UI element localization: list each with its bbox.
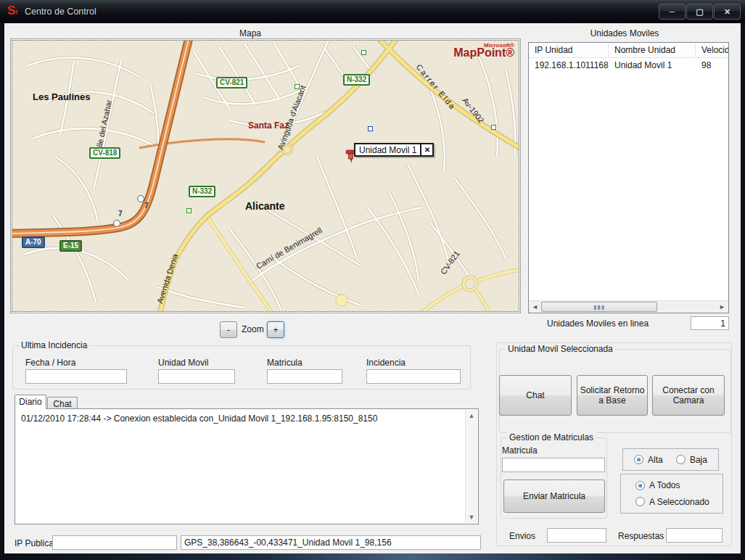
map[interactable]: Les Paulines Santa Faz Alicante Calle de… bbox=[12, 40, 519, 312]
window-title: Centro de Control bbox=[25, 7, 96, 17]
conectar-camara-button[interactable]: Conectar con Camara bbox=[652, 375, 725, 416]
yellow-blob bbox=[336, 295, 347, 306]
online-units-label: Unidades Moviles en linea bbox=[547, 318, 649, 329]
fecha-hora-field[interactable] bbox=[25, 369, 127, 384]
ultima-incidencia-title: Ultima Incidencia bbox=[19, 340, 89, 350]
scrollbar-thumb[interactable]: ▮▮▮ bbox=[541, 302, 657, 312]
cell-velocidad: 98 bbox=[696, 58, 729, 73]
zoom-label: Zoom bbox=[242, 324, 264, 334]
log-entry: 01/12/2010 17:28:44 -> Conexion establec… bbox=[21, 413, 461, 424]
radio-a-todos-icon[interactable] bbox=[635, 481, 645, 490]
green-square-marker bbox=[295, 84, 300, 89]
radio-alta-label: Alta bbox=[648, 455, 663, 465]
app-window: Sr Centro de Control ─ ▢ ✕ Mapa bbox=[0, 0, 745, 560]
mappoint-logo: Microsoft® MapPoint® bbox=[453, 42, 514, 57]
radio-baja-icon[interactable] bbox=[676, 455, 686, 464]
cell-ip: 192.168.1.1011168 bbox=[529, 58, 609, 73]
callout-close-icon[interactable]: ✕ bbox=[420, 144, 432, 155]
radio-alta[interactable]: Alta bbox=[634, 455, 663, 465]
window-bottom-edge bbox=[0, 553, 745, 560]
zoom-in-button[interactable]: + bbox=[267, 321, 284, 338]
exit-marker bbox=[137, 195, 144, 202]
exit-number: 7 bbox=[118, 210, 123, 218]
tab-chat[interactable]: Chat bbox=[47, 397, 78, 409]
unidad-movil-label: Unidad Movil bbox=[158, 358, 208, 368]
chat-button[interactable]: Chat bbox=[499, 375, 572, 416]
envios-label: Envios bbox=[509, 531, 535, 541]
incidencia-field[interactable] bbox=[366, 369, 461, 384]
vertical-scrollbar[interactable]: ▲ ▼ bbox=[465, 410, 477, 523]
green-square-marker bbox=[491, 125, 496, 130]
green-square-marker bbox=[361, 50, 366, 55]
shield-n332-north: N-332 bbox=[343, 74, 370, 86]
gestion-matriculas-title: Gestion de Matriculas bbox=[507, 432, 596, 442]
solicitar-retorno-button[interactable]: Solicitar Retorno a Base bbox=[577, 375, 648, 416]
column-header-ip[interactable]: IP Unidad bbox=[529, 43, 609, 57]
unit-callout[interactable]: Unidad Movil 1 ✕ bbox=[354, 143, 434, 157]
radio-baja-label: Baja bbox=[690, 455, 707, 465]
ip-publica-field[interactable] bbox=[52, 535, 177, 550]
table-row[interactable]: 192.168.1.1011168 Unidad Movil 1 98 bbox=[529, 58, 728, 73]
shield-e15: E-15 bbox=[59, 240, 82, 252]
titlebar[interactable]: Sr Centro de Control ─ ▢ ✕ bbox=[0, 0, 745, 23]
client-area: Mapa bbox=[4, 23, 741, 553]
green-square-marker bbox=[186, 208, 192, 213]
radio-alta-icon[interactable] bbox=[634, 455, 643, 464]
maximize-button[interactable]: ▢ bbox=[686, 4, 713, 20]
ip-publica-label: IP Publica bbox=[15, 538, 54, 548]
map-frame: Les Paulines Santa Faz Alicante Calle de… bbox=[10, 38, 521, 313]
shield-cv821: CV-821 bbox=[216, 77, 247, 88]
matricula-label: Matricula bbox=[502, 445, 538, 456]
respuestas-label: Respuestas bbox=[618, 531, 664, 541]
unidad-seleccionada-title: Unidad Movil Seleccionada bbox=[506, 344, 615, 354]
unidad-movil-field[interactable] bbox=[158, 369, 235, 384]
unit-callout-label: Unidad Movil 1 bbox=[355, 145, 420, 155]
diario-log-panel[interactable]: 01/12/2010 17:28:44 -> Conexion establec… bbox=[15, 408, 479, 524]
units-table-header[interactable]: IP Unidad Nombre Unidad Velocidad bbox=[529, 43, 728, 58]
map-place-alicante: Alicante bbox=[245, 200, 284, 212]
radio-a-seleccionado-icon[interactable] bbox=[635, 497, 645, 506]
tab-diario[interactable]: Diario bbox=[15, 395, 46, 409]
radio-a-seleccionado[interactable]: A Seleccionado bbox=[635, 497, 723, 507]
units-table[interactable]: IP Unidad Nombre Unidad Velocidad 192.16… bbox=[528, 42, 729, 313]
units-panel-title: Unidades Moviles bbox=[563, 28, 686, 38]
matricula-input[interactable] bbox=[502, 458, 605, 472]
scroll-down-icon[interactable]: ▼ bbox=[466, 511, 477, 523]
radio-a-todos[interactable]: A Todos bbox=[635, 480, 723, 490]
online-units-value[interactable] bbox=[691, 316, 729, 330]
shield-n332-south: N-332 bbox=[189, 186, 215, 197]
incidencia-label: Incidencia bbox=[366, 358, 406, 368]
radio-a-seleccionado-label: A Seleccionado bbox=[649, 497, 709, 507]
gps-status-field[interactable] bbox=[181, 535, 481, 550]
horizontal-scrollbar[interactable]: ◄ ▮▮▮ ► bbox=[529, 300, 728, 313]
map-place-les-paulines: Les Paulines bbox=[33, 91, 90, 102]
zoom-out-button[interactable]: - bbox=[220, 321, 237, 338]
scroll-right-icon[interactable]: ► bbox=[716, 301, 728, 313]
app-icon: Sr bbox=[7, 4, 18, 19]
scroll-up-icon[interactable]: ▲ bbox=[466, 410, 477, 421]
minimize-button[interactable]: ─ bbox=[659, 4, 686, 20]
alta-baja-box: Alta Baja bbox=[622, 448, 719, 471]
enviar-matricula-button[interactable]: Enviar Matricula bbox=[503, 479, 605, 513]
cell-nombre: Unidad Movil 1 bbox=[609, 58, 696, 73]
exit-marker bbox=[113, 220, 120, 227]
map-group-label: Mapa bbox=[221, 28, 279, 38]
fecha-hora-label: Fecha / Hora bbox=[25, 358, 75, 368]
radio-baja[interactable]: Baja bbox=[676, 455, 707, 465]
exit-number: 7 bbox=[144, 202, 149, 210]
scroll-left-icon[interactable]: ◄ bbox=[529, 301, 541, 313]
respuestas-field[interactable] bbox=[666, 528, 723, 543]
destino-box: A Todos A Seleccionado bbox=[620, 474, 723, 514]
column-header-nombre[interactable]: Nombre Unidad bbox=[609, 43, 696, 57]
radio-a-todos-label: A Todos bbox=[649, 480, 680, 490]
matricula-incidencia-field[interactable] bbox=[267, 369, 342, 384]
blue-square-marker bbox=[368, 126, 373, 131]
matricula-incidencia-label: Matricula bbox=[267, 358, 302, 368]
shield-a70: A-70 bbox=[22, 236, 45, 248]
column-header-velocidad[interactable]: Velocidad bbox=[696, 43, 729, 57]
close-button[interactable]: ✕ bbox=[714, 4, 741, 20]
envios-field[interactable] bbox=[547, 528, 606, 543]
shield-cv818: CV-818 bbox=[89, 147, 120, 159]
